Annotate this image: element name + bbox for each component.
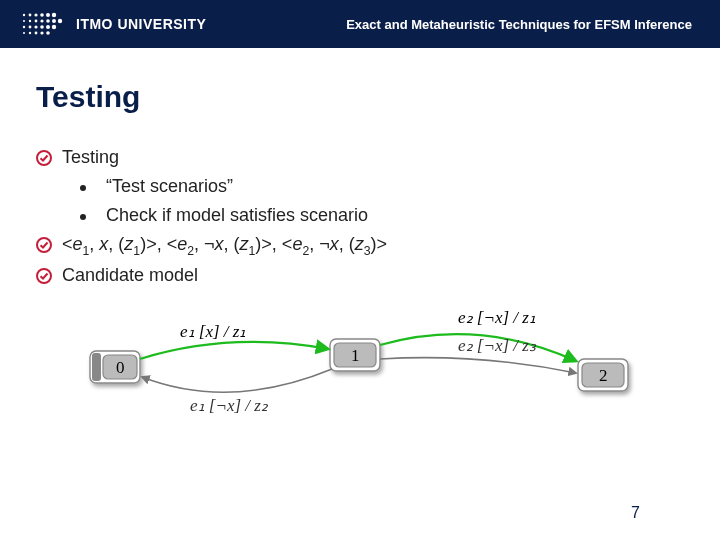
svg-point-5 <box>52 13 56 17</box>
edge-1-2-top-label: e₂ [¬x] / z₁ <box>458 308 536 327</box>
bullet-candidate: Candidate model <box>36 262 684 289</box>
edge-1-2-mid <box>380 358 576 373</box>
logo-dots-icon <box>18 9 68 39</box>
edge-0-1 <box>140 342 328 359</box>
t: , ¬ <box>309 234 330 254</box>
state-0-label: 0 <box>116 358 125 377</box>
edge-1-0 <box>142 369 332 392</box>
t: )>, < <box>255 234 292 254</box>
check-circle-icon <box>36 150 52 166</box>
bullet-text: Candidate model <box>62 262 198 289</box>
t: < <box>62 234 73 254</box>
bullet-text: Testing <box>62 144 119 171</box>
t: z <box>240 234 249 254</box>
t: )> <box>371 234 388 254</box>
slide-header: ITMO UNIVERSITY Exact and Metaheuristic … <box>0 0 720 48</box>
t: )>, < <box>140 234 177 254</box>
itmo-logo: ITMO UNIVERSITY <box>18 9 206 39</box>
t: z <box>124 234 133 254</box>
bullet-testing: Testing <box>36 144 684 171</box>
efsm-diagram: 0 1 2 e₁ [x] / z₁ e₂ [¬x] / z₁ e₂ [¬x] /… <box>70 303 650 423</box>
svg-point-23 <box>46 31 50 35</box>
paper-title: Exact and Metaheuristic Techniques for E… <box>346 17 692 32</box>
slide-title: Testing <box>36 80 684 114</box>
t: 3 <box>364 244 371 258</box>
svg-point-20 <box>29 32 31 34</box>
edge-0-1-label: e₁ [x] / z₁ <box>180 322 246 341</box>
state-2: 2 <box>578 359 628 391</box>
svg-rect-28 <box>92 353 101 381</box>
state-1: 1 <box>330 339 380 371</box>
svg-point-16 <box>40 25 44 29</box>
sub-bullet-scenarios: “Test scenarios” <box>36 173 684 200</box>
svg-point-13 <box>23 26 25 28</box>
svg-point-15 <box>34 25 37 28</box>
t: e <box>177 234 187 254</box>
t: x <box>99 234 108 254</box>
t: , ( <box>108 234 124 254</box>
svg-point-14 <box>29 26 32 29</box>
check-circle-icon <box>36 268 52 284</box>
t: , ¬ <box>194 234 215 254</box>
svg-point-21 <box>35 32 38 35</box>
sequence-text: <e1, x, (z1)>, <e2, ¬x, (z1)>, <e2, ¬x, … <box>62 231 387 260</box>
check-circle-icon <box>36 237 52 253</box>
edge-1-2-mid-label: e₂ [¬x] / z₃ <box>458 336 537 355</box>
t: , ( <box>224 234 240 254</box>
bullet-dot-icon <box>80 214 86 220</box>
edge-1-0-label: e₁ [¬x] / z₂ <box>190 396 269 415</box>
svg-point-10 <box>46 19 50 23</box>
svg-point-2 <box>34 13 37 16</box>
bullet-sequence: <e1, x, (z1)>, <e2, ¬x, (z1)>, <e2, ¬x, … <box>36 231 684 260</box>
svg-point-22 <box>40 31 43 34</box>
t: x <box>215 234 224 254</box>
svg-point-11 <box>52 19 56 23</box>
t: e <box>292 234 302 254</box>
bullet-dot-icon <box>80 185 86 191</box>
svg-point-18 <box>52 25 56 29</box>
svg-point-19 <box>23 32 25 34</box>
svg-point-7 <box>29 20 31 22</box>
bullet-list: Testing “Test scenarios” Check if model … <box>36 144 684 289</box>
state-1-label: 1 <box>351 346 360 365</box>
svg-point-8 <box>35 20 38 23</box>
svg-point-4 <box>46 13 50 17</box>
state-0: 0 <box>90 351 140 383</box>
svg-point-12 <box>58 19 62 23</box>
state-2-label: 2 <box>599 366 608 385</box>
t: e <box>73 234 83 254</box>
page-number: 7 <box>631 504 640 522</box>
svg-point-6 <box>23 20 25 22</box>
svg-point-3 <box>40 13 44 17</box>
t: , ( <box>339 234 355 254</box>
t: z <box>355 234 364 254</box>
t: 2 <box>187 244 194 258</box>
svg-point-0 <box>23 14 25 16</box>
logo-text: ITMO UNIVERSITY <box>76 16 206 32</box>
t: , <box>89 234 99 254</box>
slide-content: Testing Testing “Test scenarios” Check i… <box>0 48 720 423</box>
svg-point-1 <box>29 14 32 17</box>
bullet-text: “Test scenarios” <box>106 173 233 200</box>
svg-point-9 <box>40 19 43 22</box>
t: x <box>330 234 339 254</box>
sub-bullet-check: Check if model satisfies scenario <box>36 202 684 229</box>
bullet-text: Check if model satisfies scenario <box>106 202 368 229</box>
svg-point-17 <box>46 25 50 29</box>
